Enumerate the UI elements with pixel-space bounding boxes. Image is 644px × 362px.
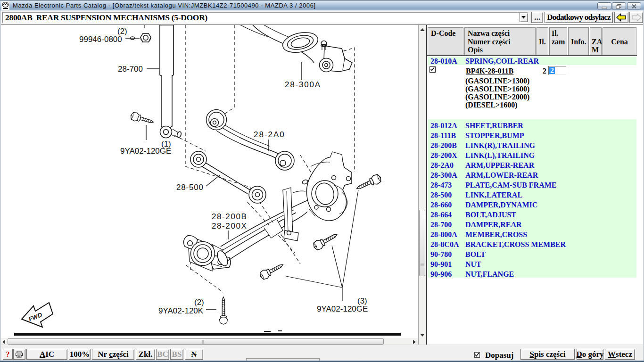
svg-text:28-300A: 28-300A [285, 80, 321, 89]
svg-text:(2): (2) [194, 298, 204, 307]
svg-text:28-700: 28-700 [118, 65, 143, 74]
svg-text:28-200B: 28-200B [212, 212, 247, 221]
svg-text:9YA02-120GE: 9YA02-120GE [317, 304, 368, 313]
svg-text:9YA02-120GE: 9YA02-120GE [120, 147, 171, 156]
svg-text:9YA02-120K: 9YA02-120K [158, 306, 204, 315]
svg-text:99946-0800: 99946-0800 [79, 35, 122, 44]
svg-text:28-500: 28-500 [176, 183, 204, 192]
svg-text:28-200X: 28-200X [212, 222, 247, 230]
svg-text:28-2A0: 28-2A0 [254, 130, 285, 139]
